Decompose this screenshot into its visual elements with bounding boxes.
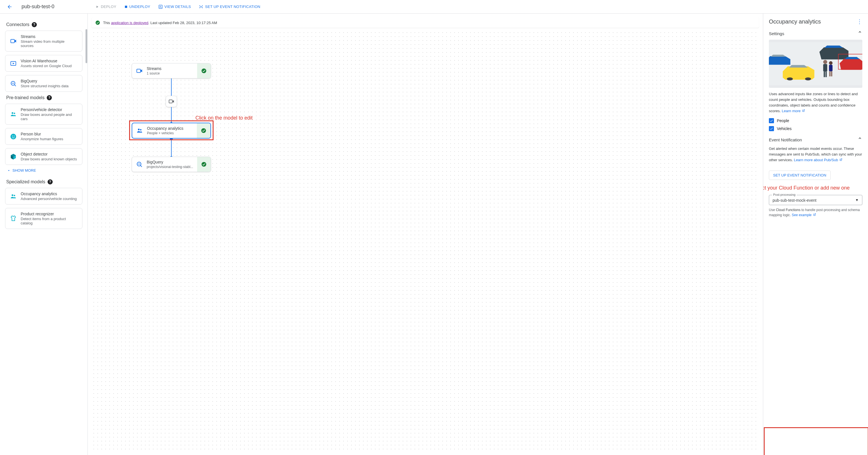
page-title: pub-sub-test-0 (22, 4, 54, 10)
chevron-up-icon: ⌃ (858, 30, 862, 37)
model-product-recognizer[interactable]: Product recognizerDetect items from a pr… (5, 208, 83, 229)
checkbox-people[interactable]: People (769, 118, 862, 123)
deployment-status: This application is deployed. Last updat… (92, 18, 759, 28)
face-icon (9, 132, 17, 141)
node-occupancy-analytics[interactable]: Occupancy analyticsPeople + vehicles (132, 123, 211, 139)
svg-point-29 (202, 128, 206, 133)
node-streams[interactable]: Streams1 source (132, 63, 211, 79)
external-link-icon (839, 157, 842, 163)
people-icon (9, 192, 17, 200)
view-details-button[interactable]: VIEW DETAILS (158, 4, 191, 9)
svg-rect-26 (169, 100, 173, 103)
settings-section-toggle[interactable]: Settings ⌃ (769, 30, 862, 37)
svg-point-40 (829, 61, 832, 65)
event-description: Get alerted when certain model events oc… (769, 146, 862, 163)
check-circle-icon (95, 20, 100, 25)
post-processing-select[interactable]: Post-processing pub-sub-test-mock-event … (769, 195, 862, 205)
settings-description: Uses advanced inputs like zones or lines… (769, 91, 862, 114)
graph-canvas[interactable]: This application is deployed. Last updat… (88, 13, 763, 455)
svg-rect-24 (137, 69, 141, 72)
checkbox-vehicles[interactable]: Vehicles (769, 126, 862, 131)
setup-event-notification-button[interactable]: SET UP EVENT NOTIFICATION (199, 4, 260, 9)
bigquery-icon (132, 161, 147, 168)
deployment-status-link[interactable]: application is deployed (111, 21, 148, 25)
model-person-blur[interactable]: Person blurAnonymize human figures (5, 128, 83, 145)
help-icon[interactable]: ? (48, 179, 53, 184)
show-more-button[interactable]: SHOW MORE (7, 168, 83, 173)
svg-point-28 (140, 129, 142, 131)
deploy-button: DEPLOY (95, 4, 116, 9)
annotation-box-postprocessing (764, 427, 868, 455)
event-section-toggle[interactable]: Event Notification ⌃ (769, 136, 862, 143)
sidebar: Connectors ? StreamsStream video from mu… (0, 13, 88, 455)
shirt-icon (9, 214, 17, 222)
node-camera[interactable] (166, 96, 177, 107)
connector-bigquery[interactable]: BigQueryStore structured insights data (5, 75, 83, 92)
external-link-icon (813, 213, 816, 218)
video-icon (9, 37, 17, 45)
chevron-up-icon: ⌃ (858, 136, 862, 143)
people-icon (9, 110, 17, 118)
node-status-ok (197, 157, 211, 172)
learn-more-link[interactable]: Learn more (782, 109, 805, 113)
svg-rect-39 (826, 72, 827, 77)
svg-point-33 (787, 77, 793, 81)
people-icon (132, 127, 147, 134)
svg-point-10 (11, 112, 13, 114)
undeploy-button[interactable]: UNDEPLOY (124, 4, 150, 9)
svg-rect-37 (823, 64, 827, 72)
svg-point-25 (202, 68, 207, 73)
svg-rect-42 (829, 71, 830, 77)
back-button[interactable] (4, 2, 15, 12)
see-example-link[interactable]: See example (792, 213, 816, 217)
section-connectors: Connectors ? (6, 22, 83, 27)
svg-rect-38 (824, 72, 825, 77)
help-icon[interactable]: ? (32, 22, 37, 27)
svg-point-14 (14, 135, 15, 136)
node-bigquery[interactable]: BigQueryprojects/visionai-testing-stabl.… (132, 157, 211, 172)
svg-point-36 (823, 60, 827, 64)
section-specialized: Specialized models ? (6, 179, 83, 184)
section-pretrained: Pre-trained models ? (6, 95, 83, 100)
svg-point-31 (202, 162, 207, 167)
annotation-text-edit-model: Click on the model to edit (195, 115, 253, 121)
play-box-icon (9, 60, 17, 67)
svg-point-16 (14, 194, 15, 196)
scrollbar-thumb[interactable] (86, 29, 87, 63)
setup-event-button[interactable]: SET UP EVENT NOTIFICATION (769, 171, 831, 180)
svg-point-27 (138, 129, 140, 130)
svg-rect-41 (829, 65, 832, 71)
connector-streams[interactable]: StreamsStream video from multiple source… (5, 31, 83, 52)
post-processing-hint: Use Cloud Functions to handle post-proce… (769, 207, 862, 218)
hero-image (769, 40, 862, 88)
model-object-detector[interactable]: Object detectorDraw boxes around known o… (5, 148, 83, 165)
svg-point-15 (11, 194, 13, 196)
svg-rect-43 (831, 71, 832, 77)
details-panel: Occupancy analytics ⋮ Settings ⌃ (763, 13, 868, 455)
svg-rect-0 (125, 6, 127, 8)
model-person-vehicle-detector[interactable]: Person/vehicle detectorDraw boxes around… (5, 104, 83, 125)
svg-rect-7 (11, 39, 14, 43)
external-link-icon (802, 109, 805, 114)
video-icon (132, 67, 147, 74)
more-menu-button[interactable]: ⋮ (857, 18, 862, 25)
node-status-ok (197, 63, 211, 78)
bigquery-icon (9, 80, 17, 88)
svg-point-34 (805, 77, 811, 81)
svg-point-11 (14, 113, 15, 114)
dropdown-caret-icon: ▼ (855, 198, 859, 202)
svg-point-12 (10, 134, 16, 140)
panel-title: Occupancy analytics (769, 19, 821, 25)
model-occupancy-analytics[interactable]: Occupancy analyticsAdvanced person/vehic… (5, 188, 83, 205)
node-status-ok (197, 123, 210, 138)
connector-warehouse[interactable]: Vision AI WarehouseAssets stored on Goog… (5, 55, 83, 72)
annotation-text-select-cf: Select your Cloud Function or add new on… (763, 185, 845, 191)
svg-point-17 (96, 21, 100, 25)
svg-point-13 (12, 135, 13, 136)
help-icon[interactable]: ? (47, 95, 52, 100)
learn-pubsub-link[interactable]: Learn more about Pub/Sub (794, 158, 842, 162)
cube-icon (9, 153, 17, 161)
